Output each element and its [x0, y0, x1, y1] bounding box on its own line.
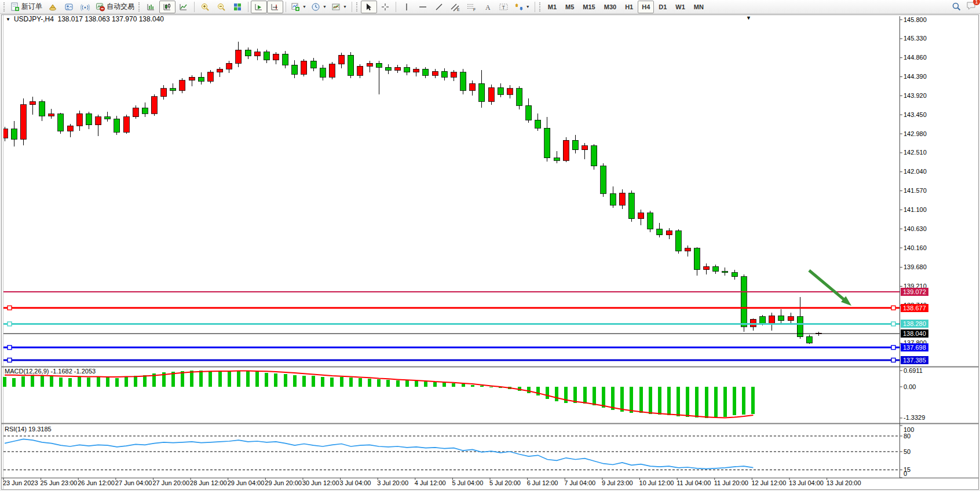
trendline-icon	[434, 2, 444, 12]
chart-menu-caret[interactable]: ▼	[6, 17, 10, 22]
chart-shift-icon	[270, 2, 280, 12]
timeframe-button-H1[interactable]: H1	[621, 1, 637, 13]
timeframe-button-D1[interactable]: D1	[654, 1, 671, 13]
rsi-axis-label: 0	[904, 470, 907, 478]
line-handle[interactable]	[8, 322, 12, 326]
text-icon: A	[483, 2, 492, 12]
auto-trading-label: 自动交易	[107, 2, 134, 12]
profile-button[interactable]	[61, 1, 77, 13]
indicators-dropdown-caret[interactable]: ▼	[302, 5, 306, 9]
price-axis-tick-label: 143.920	[904, 92, 927, 100]
templates-dropdown-caret[interactable]: ▼	[343, 5, 347, 9]
time-axis-label: 11 Jul 20:00	[714, 479, 748, 487]
line-handle[interactable]	[891, 358, 895, 362]
time-axis-label: 13 Jul 04:00	[789, 479, 824, 487]
rsi-axis-label: 80	[904, 433, 910, 440]
candlestick-chart-button[interactable]	[159, 1, 175, 13]
price-line-label-138.677: 138.677	[901, 304, 928, 312]
horizontal-line-button[interactable]	[415, 1, 431, 13]
notifications-button[interactable]: 1	[966, 1, 977, 13]
signals-button[interactable]	[77, 1, 93, 13]
svg-text:F: F	[473, 8, 476, 12]
template-icon	[331, 2, 341, 12]
scroll-to-end-marker[interactable]: ▼	[746, 14, 751, 22]
time-axis-label: 30 Jun 12:00	[302, 479, 339, 487]
text-label-button[interactable]: T	[496, 1, 512, 13]
time-axis-label: 5 Jul 04:00	[452, 479, 483, 487]
auto-trading-button[interactable]: 自动交易	[93, 1, 137, 13]
zoom-in-button[interactable]	[197, 1, 213, 13]
line-chart-button[interactable]	[175, 1, 192, 13]
time-axis-label: 11 Jul 04:00	[677, 479, 711, 487]
text-label-icon: T	[499, 2, 509, 12]
price-line-label-137.385: 137.385	[901, 356, 928, 364]
tile-windows-button[interactable]	[229, 1, 246, 13]
line-handle[interactable]	[891, 306, 895, 310]
arrows-dropdown-caret[interactable]: ▼	[526, 5, 530, 9]
auto-trading-icon	[96, 2, 105, 12]
toolbar-grip[interactable]	[539, 2, 542, 12]
price-axis-tick-label: 140.630	[904, 225, 927, 233]
time-axis-label: 5 Jul 20:00	[489, 479, 521, 487]
toolbar-grip[interactable]	[356, 2, 359, 12]
line-handle[interactable]	[891, 322, 895, 326]
chart-shift-button[interactable]	[267, 1, 283, 13]
time-axis-label: 23 Jun 2023	[3, 479, 38, 487]
cursor-icon	[364, 2, 374, 12]
fibonacci-icon: F	[466, 2, 477, 12]
indicators-icon	[291, 2, 300, 12]
horizontal-line-icon	[418, 2, 427, 12]
timeframe-button-M30[interactable]: M30	[600, 1, 620, 13]
timeframe-button-M1[interactable]: M1	[544, 1, 561, 13]
indicators-button[interactable]: ▼	[288, 1, 309, 13]
text-button[interactable]: A	[480, 1, 496, 13]
cursor-button[interactable]	[361, 1, 377, 13]
time-axis-label: 4 Jul 12:00	[415, 479, 446, 487]
vertical-line-button[interactable]	[398, 1, 415, 13]
timeframe-button-M15[interactable]: M15	[579, 1, 599, 13]
price-axis-tick-label: 141.100	[904, 206, 927, 214]
crosshair-button[interactable]	[377, 1, 393, 13]
toolbar-grip[interactable]	[138, 2, 141, 12]
time-axis-label: 12 Jul 12:00	[751, 479, 786, 487]
main-toolbar: 新订单 自动交易 ▼ ▼	[0, 0, 980, 14]
equidistant-channel-button[interactable]: E	[447, 1, 463, 13]
templates-button[interactable]: ▼	[329, 1, 349, 13]
toolbar-grip[interactable]	[3, 2, 6, 12]
chart-title: ▼USDJPY-,H4 138.017 138.063 137.970 138.…	[6, 16, 164, 23]
macd-indicator-label: MACD(12,26,9) -1.1682 -1.2053	[5, 368, 96, 375]
periods-button[interactable]: ▼	[309, 1, 329, 13]
fibonacci-button[interactable]: F	[463, 1, 480, 13]
line-handle[interactable]	[8, 306, 12, 310]
timeframe-button-W1[interactable]: W1	[671, 1, 689, 13]
rsi-indicator-label: RSI(14) 19.3185	[5, 426, 52, 433]
timeframe-button-MN[interactable]: MN	[690, 1, 708, 13]
tile-windows-icon	[233, 2, 242, 12]
new-order-label: 新订单	[21, 2, 42, 12]
new-order-button[interactable]: 新订单	[8, 1, 45, 13]
line-handle[interactable]	[891, 346, 895, 350]
time-axis-label: 26 Jun 12:00	[78, 479, 115, 487]
price-axis-tick-label: 141.570	[904, 187, 927, 195]
macd-axis-label: 0.6911	[904, 367, 923, 375]
periods-dropdown-caret[interactable]: ▼	[323, 5, 327, 9]
trendline-button[interactable]	[431, 1, 447, 13]
new-order-icon	[10, 2, 20, 12]
auto-scroll-button[interactable]	[251, 1, 267, 13]
line-handle[interactable]	[8, 346, 12, 350]
clock-icon	[311, 2, 320, 12]
deposit-button[interactable]	[45, 1, 61, 13]
vertical-line-icon	[402, 2, 411, 12]
arrows-button[interactable]: ▼	[512, 1, 532, 13]
bar-chart-button[interactable]	[143, 1, 159, 13]
timeframe-button-H4[interactable]: H4	[638, 1, 654, 13]
line-chart-icon	[179, 2, 188, 12]
timeframe-button-M5[interactable]: M5	[561, 1, 578, 13]
line-handle[interactable]	[8, 358, 12, 362]
time-axis-label: 9 Jul 23:00	[602, 479, 633, 487]
price-line-label-138.280: 138.280	[901, 320, 928, 328]
search-icon[interactable]	[952, 2, 961, 12]
profile-icon	[64, 2, 74, 12]
price-axis-tick-label: 144.390	[904, 73, 927, 80]
zoom-out-button[interactable]	[213, 1, 229, 13]
